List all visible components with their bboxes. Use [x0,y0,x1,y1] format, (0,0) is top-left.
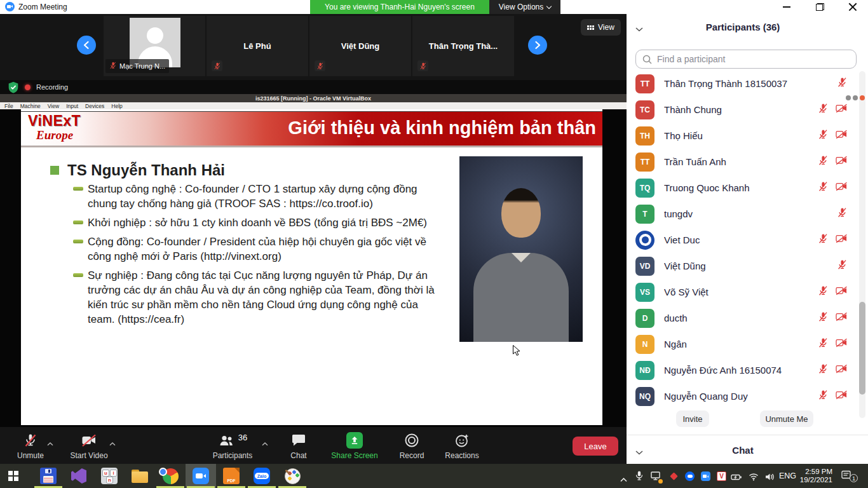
view-options-label: View Options [499,3,543,11]
participant-row[interactable]: THThọ Hiếu [627,123,858,149]
chat-button[interactable]: Chat [269,432,328,460]
participant-row[interactable]: VDViệt Dũng [627,253,858,279]
avatar: TQ [635,179,654,198]
video-thumbnail-strip: Mạc Trung N...Lê PhúViệt DũngThân Trọng … [0,14,627,80]
taskbar-app-chrome[interactable] [155,464,186,488]
avatar: TC [635,100,654,119]
vbox-menu-machine[interactable]: Machine [20,103,41,109]
camera-off-icon [836,390,848,402]
video-tile[interactable]: Mạc Trung N... [104,16,205,76]
tray-red-diamond-icon[interactable] [670,472,678,480]
taskbar-app-unikey[interactable]: uin [94,464,125,488]
taskbar-app-zalo[interactable]: Zalo [247,464,277,488]
action-center-button[interactable]: 1 [841,470,863,483]
search-placeholder: Find a participant [657,54,725,64]
taskbar-app-foxit-pdf[interactable]: PDF [216,464,247,488]
vbox-minimize-button[interactable] [846,95,851,100]
video-tile[interactable]: Lê Phú [207,16,308,76]
video-options-caret[interactable] [109,437,116,449]
invite-button[interactable]: Invite [676,410,709,427]
bullet-dash-icon [73,187,83,191]
participants-options-caret[interactable] [262,437,268,449]
find-participant-input[interactable]: Find a participant [635,50,857,69]
mic-muted-icon [23,432,38,449]
camera-off-icon [836,182,848,194]
tray-zalo-icon[interactable] [685,471,695,481]
vbox-menu-view[interactable]: View [48,103,59,109]
virtualbox-titlebar: is231665 [Running] - Oracle VM VirtualBo… [0,94,627,102]
tray-zoom-icon[interactable] [701,471,710,481]
taskbar-app-save[interactable] [33,464,64,488]
participant-name: Thọ Hiếu [664,130,818,141]
tray-status-dot [658,479,663,484]
close-button[interactable] [845,0,860,14]
vbox-menu-devices[interactable]: Devices [85,103,104,109]
previous-participants-button[interactable] [77,36,96,55]
participant-row[interactable]: NNgân [627,331,858,357]
mic-off-icon [818,337,829,351]
tray-show-hidden-icons[interactable] [620,473,627,485]
participant-row[interactable]: NĐNguyễn Đức Anh 16150074 [627,357,858,383]
security-shield-icon[interactable] [8,81,19,93]
vbox-maximize-button[interactable] [853,95,858,100]
vbox-menu-input[interactable]: Input [66,103,78,109]
taskbar-apps: uinPDFZalo [33,464,308,488]
mic-off-icon [818,155,829,168]
audio-options-caret[interactable] [47,437,53,449]
participant-row[interactable]: Viet Duc [627,227,858,253]
participant-row[interactable]: NQNguyễn Quang Duy [627,383,858,409]
participant-row[interactable]: VSVõ Sỹ Việt [627,279,858,305]
participant-name: Võ Sỹ Việt [664,287,818,297]
reactions-label: Reactions [445,451,478,460]
vbox-menu-file[interactable]: File [4,103,13,109]
participant-row[interactable]: Dducth [627,305,858,331]
slide-bullet: Sự nghiệp : Đang công tác tại Cục năng l… [73,268,443,327]
unmute-me-button[interactable]: Unmute Me [760,410,813,427]
video-tile-name: Mạc Trung N... [119,62,165,70]
participant-status-icons [818,181,848,194]
minimize-button[interactable] [779,0,794,14]
tray-speaker-icon[interactable] [765,472,775,484]
scrollbar-thumb[interactable] [859,302,865,395]
taskbar-app-file-explorer[interactable] [125,464,155,488]
camera-off-icon [836,104,848,116]
tray-clock[interactable]: 2:59 PM 19/2/2021 [796,468,832,484]
leave-button[interactable]: Leave [573,437,618,456]
participants-scrollbar[interactable] [859,71,865,418]
taskbar-app-paint[interactable] [277,464,308,488]
avatar: N [635,335,654,354]
video-tile[interactable]: Thân Trọng Thà... [412,16,514,76]
tray-microphone-icon[interactable] [635,471,643,484]
video-tile[interactable]: Việt Dũng [309,16,411,76]
participant-row[interactable]: TTThân Trọng Thành 18150037 [627,71,858,97]
reactions-button[interactable]: Reactions [433,432,491,460]
vbox-menu-help[interactable]: Help [111,103,122,109]
start-button[interactable] [8,471,18,481]
restore-button[interactable] [812,0,827,14]
presentation-slide: ViNExT Europe Giới thiệu và kinh nghiệm … [21,109,602,425]
participants-button[interactable]: 36 Participants [203,432,262,460]
participant-row[interactable]: TQTruong Quoc Khanh [627,175,858,201]
next-participants-button[interactable] [528,36,547,55]
view-layout-button[interactable]: View [581,19,621,36]
participants-icon [218,433,234,447]
share-screen-button[interactable]: Share Screen [325,432,384,460]
recording-indicator: Recording [0,81,68,93]
window-title: Zoom Meeting [18,3,67,11]
tray-wifi-icon[interactable] [749,472,759,484]
speaker-portrait-photo [459,156,583,342]
slide-bullet-text: Sự nghiệp : Đang công tác tại Cục năng l… [88,268,443,327]
participant-row[interactable]: TTTrần Tuấn Anh [627,149,858,175]
view-options-button[interactable]: View Options [489,0,560,14]
taskbar-app-zoom[interactable] [186,464,216,488]
slide-title: Giới thiệu và kinh nghiệm bản thân [288,118,596,139]
tray-language-indicator[interactable]: ENG [779,471,796,480]
tray-battery-icon[interactable] [731,472,742,484]
participant-row[interactable]: Ttungdv [627,201,858,227]
vbox-close-button[interactable] [860,95,865,100]
tray-virtualbox-icon[interactable]: V [717,471,726,481]
taskbar-app-visual-studio[interactable] [64,464,94,488]
tray-screencast-icon[interactable] [651,471,661,483]
participant-row[interactable]: TCThành Chung [627,97,858,123]
chevron-down-icon [546,3,552,8]
